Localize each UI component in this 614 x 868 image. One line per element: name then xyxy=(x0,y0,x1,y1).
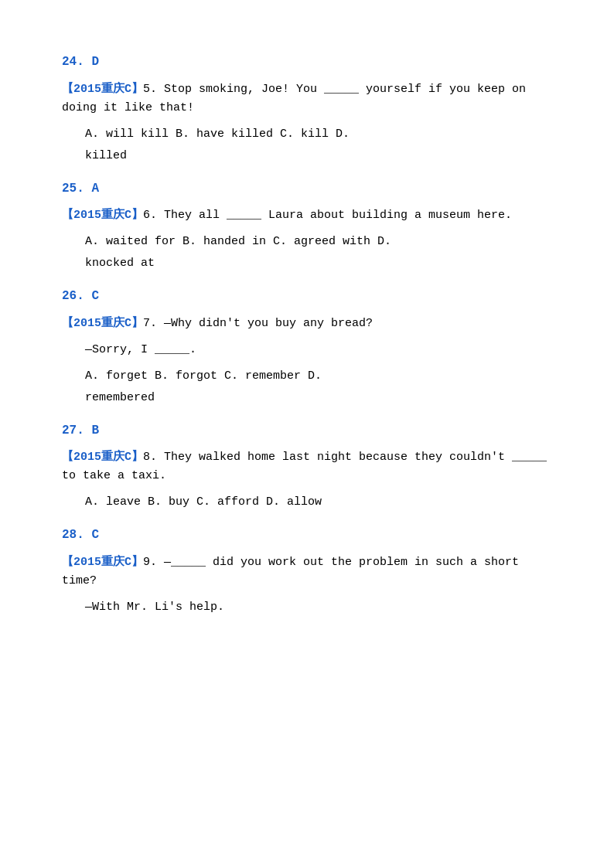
subtext-7: —Sorry, I _____. xyxy=(62,341,552,359)
options-5-line1: A. will kill B. have killed C. kill D. xyxy=(62,125,552,144)
answer-26: 26. C 【2015重庆C】7. —Why didn't you buy an… xyxy=(62,287,552,407)
question-source-8: 【2015重庆C】 xyxy=(62,451,143,464)
options-6-line1: A. waited for B. handed in C. agreed wit… xyxy=(62,233,552,251)
answer-label-28: 28. C xyxy=(62,526,552,546)
question-num-5: 5. xyxy=(143,83,157,96)
answer-28: 28. C 【2015重庆C】9. —_____ did you work ou… xyxy=(62,526,552,617)
question-block-8: 【2015重庆C】8. They walked home last night … xyxy=(62,448,552,485)
question-num-9: 9. xyxy=(143,556,157,569)
question-block-5: 【2015重庆C】5. Stop smoking, Joe! You _____… xyxy=(62,80,552,117)
answer-label-27: 27. B xyxy=(62,421,552,441)
question-block-7: 【2015重庆C】7. —Why didn't you buy any brea… xyxy=(62,315,552,333)
options-7-line1: A. forget B. forgot C. remember D. xyxy=(62,367,552,386)
answer-label-26: 26. C xyxy=(62,287,552,307)
question-source-6: 【2015重庆C】 xyxy=(62,209,143,222)
question-num-8: 8. xyxy=(143,451,157,464)
question-source-7: 【2015重庆C】 xyxy=(62,317,143,330)
options-7-line2: remembered xyxy=(62,389,552,407)
answer-label-24: 24. D xyxy=(62,53,552,73)
question-source-5: 【2015重庆C】 xyxy=(62,83,143,96)
answer-24: 24. D 【2015重庆C】5. Stop smoking, Joe! You… xyxy=(62,53,552,165)
question-text-6: They all _____ Laura about building a mu… xyxy=(157,209,512,222)
answer-27: 27. B 【2015重庆C】8. They walked home last … xyxy=(62,421,552,512)
subtext-9: —With Mr. Li's help. xyxy=(62,598,552,617)
question-num-6: 6. xyxy=(143,209,157,222)
question-source-9: 【2015重庆C】 xyxy=(62,556,143,569)
answer-25: 25. A 【2015重庆C】6. They all _____ Laura a… xyxy=(62,179,552,274)
options-6-line2: knocked at xyxy=(62,254,552,273)
question-block-6: 【2015重庆C】6. They all _____ Laura about b… xyxy=(62,206,552,225)
question-block-9: 【2015重庆C】9. —_____ did you work out the … xyxy=(62,553,552,591)
question-num-7: 7. xyxy=(143,317,157,330)
answer-label-25: 25. A xyxy=(62,179,552,199)
options-8-line1: A. leave B. buy C. afford D. allow xyxy=(62,493,552,512)
options-5-line2: killed xyxy=(62,147,552,165)
question-text-7: —Why didn't you buy any bread? xyxy=(157,317,373,330)
